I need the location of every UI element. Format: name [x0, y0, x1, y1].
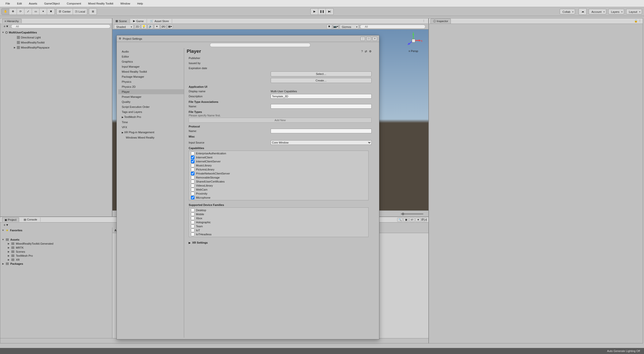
- move-tool[interactable]: ✥: [9, 9, 17, 15]
- settings-nav-mixed-reality-toolkit[interactable]: Mixed Reality Toolkit: [118, 69, 184, 74]
- assets-folder[interactable]: ▶MRTK: [0, 246, 112, 250]
- hierarchy-add-button[interactable]: ＋▾: [1, 24, 10, 29]
- xr-settings-foldout[interactable]: ▶ XR Settings: [184, 239, 373, 246]
- settings-nav-editor[interactable]: Editor: [118, 54, 184, 59]
- device-family-team[interactable]: Team: [189, 224, 368, 228]
- window-close-icon[interactable]: ×: [373, 37, 377, 41]
- hand-tool[interactable]: ✋: [2, 9, 9, 15]
- capability-internetclientserver[interactable]: InternetClientServer: [189, 159, 368, 163]
- settings-nav-quality[interactable]: Quality: [118, 99, 184, 104]
- capability-checkbox[interactable]: [191, 180, 194, 183]
- rotate-tool[interactable]: ⟳: [17, 9, 24, 15]
- project-hidden-icon[interactable]: Ø14: [421, 218, 427, 222]
- capability-videoslibrary[interactable]: VideosLibrary: [189, 184, 368, 188]
- capability-checkbox[interactable]: [191, 156, 194, 159]
- capability-microphone[interactable]: Microphone: [189, 196, 368, 200]
- settings-scrollbar[interactable]: [374, 48, 378, 338]
- settings-nav-preset-manager[interactable]: Preset Manager: [118, 94, 184, 99]
- fta-name-input[interactable]: [271, 104, 372, 109]
- project-settings-search-input[interactable]: [210, 43, 310, 47]
- project-label-icon[interactable]: 🏷: [409, 218, 415, 222]
- capability-checkbox[interactable]: [191, 172, 194, 175]
- project-tab[interactable]: ▣ Project: [2, 217, 19, 222]
- window-maximize-icon[interactable]: □: [367, 37, 371, 41]
- capability-checkbox[interactable]: [191, 168, 194, 171]
- device-family-checkbox[interactable]: [191, 229, 194, 232]
- grid-toggle[interactable]: ▦▾: [167, 24, 173, 29]
- settings-nav-graphics[interactable]: Graphics: [118, 59, 184, 64]
- device-family-checkbox[interactable]: [191, 233, 194, 236]
- help-icon[interactable]: ?: [361, 50, 363, 53]
- preset-icon[interactable]: ⇄: [365, 50, 367, 53]
- favorites-row[interactable]: ▼★Favorites: [0, 228, 112, 233]
- capability-proximity[interactable]: Proximity: [189, 192, 368, 196]
- project-fav-icon[interactable]: ★: [415, 218, 421, 222]
- capability-pictureslibrary[interactable]: PicturesLibrary: [189, 167, 368, 171]
- orientation-gizmo[interactable]: xy ≡ Persp: [406, 33, 421, 53]
- menu-assets[interactable]: Assets: [25, 0, 41, 7]
- menu-window[interactable]: Window: [117, 0, 134, 7]
- cert-create-button[interactable]: Create…: [271, 78, 372, 83]
- capability-checkbox[interactable]: [191, 196, 194, 199]
- capability-webcam[interactable]: WebCam: [189, 188, 368, 192]
- capability-removablestorage[interactable]: RemovableStorage: [189, 175, 368, 180]
- shading-mode-dropdown[interactable]: Shaded: [114, 24, 134, 29]
- capability-checkbox[interactable]: [191, 184, 194, 187]
- capability-checkbox[interactable]: [191, 176, 194, 179]
- protocol-name-input[interactable]: [271, 129, 372, 133]
- tools-toggle[interactable]: ✖: [327, 24, 332, 29]
- settings-nav-audio[interactable]: Audio: [118, 49, 184, 54]
- capability-checkbox[interactable]: [191, 160, 194, 163]
- layers-dropdown[interactable]: Layers: [608, 9, 624, 14]
- layout-dropdown[interactable]: Layout: [626, 9, 642, 14]
- project-search[interactable]: 🔍: [397, 218, 403, 222]
- rect-tool[interactable]: ▭: [32, 9, 39, 15]
- skybox-toggle[interactable]: Ø0: [161, 24, 166, 29]
- packages-row[interactable]: ▶Packages: [0, 262, 112, 266]
- audio-toggle[interactable]: 🔊: [148, 24, 153, 29]
- capability-enterpriseauthentication[interactable]: EnterpriseAuthentication: [189, 151, 368, 155]
- play-button[interactable]: ▶: [311, 9, 318, 15]
- settings-nav-physics-2d[interactable]: Physics 2D: [118, 84, 184, 89]
- collab-dropdown[interactable]: Collab: [560, 9, 575, 14]
- project-add-button[interactable]: ＋▾: [1, 223, 10, 227]
- settings-nav-time[interactable]: Time: [118, 120, 184, 125]
- asset-store-tab[interactable]: 🛒 Asset Store: [147, 19, 172, 23]
- settings-nav-package-manager[interactable]: Package Manager: [118, 74, 184, 79]
- scene-root[interactable]: ▼⬡ MultiUserCapabilities: [2, 30, 110, 35]
- assets-folder[interactable]: ▶MixedRealityToolkit.Generated: [0, 242, 112, 246]
- capability-checkbox[interactable]: [191, 192, 194, 195]
- snap-toggle[interactable]: ⊞: [89, 9, 97, 15]
- pause-button[interactable]: ❚❚: [318, 9, 326, 15]
- assets-folder[interactable]: ▶Scenes: [0, 250, 112, 254]
- description-input[interactable]: [271, 94, 372, 99]
- hierarchy-search-input[interactable]: [11, 24, 110, 28]
- assets-folder[interactable]: ▶TextMesh Pro: [0, 254, 112, 258]
- settings-nav-script-execution-order[interactable]: Script Execution Order: [118, 104, 184, 109]
- capability-checkbox[interactable]: [191, 188, 194, 191]
- project-settings-titlebar[interactable]: ⚙ Project Settings ⋮ □ ×: [117, 35, 379, 42]
- add-new-button[interactable]: Add New: [189, 118, 372, 123]
- scale-tool[interactable]: ⤢: [24, 9, 32, 15]
- menu-help[interactable]: Help: [134, 0, 147, 7]
- 2d-toggle[interactable]: 2D: [135, 24, 140, 29]
- device-family-mobile[interactable]: Mobile: [189, 212, 368, 216]
- step-button[interactable]: ▶|: [326, 9, 333, 15]
- device-family-iot[interactable]: IoT: [189, 228, 368, 232]
- camera-icon[interactable]: 📷▾: [333, 24, 339, 29]
- gizmos-dropdown[interactable]: Gizmos: [340, 24, 359, 29]
- menu-edit[interactable]: Edit: [14, 0, 25, 7]
- hierarchy-tab[interactable]: ≡ Hierarchy: [2, 19, 22, 23]
- capability-sharedusercertificates[interactable]: SharedUserCertificates: [189, 180, 368, 184]
- settings-nav-wmr[interactable]: Windows Mixed Reality: [118, 135, 184, 140]
- fx-toggle[interactable]: ✦: [154, 24, 160, 29]
- hierarchy-item[interactable]: Directional Light: [2, 35, 110, 40]
- settings-nav-tags-and-layers[interactable]: Tags and Layers: [118, 109, 184, 114]
- console-tab[interactable]: ▤ Console: [21, 217, 40, 222]
- capability-privatenetworkclientserver[interactable]: PrivateNetworkClientServer: [189, 171, 368, 175]
- pivot-center-toggle[interactable]: ⦿Center: [57, 9, 73, 15]
- inspector-lock-icon[interactable]: 🔒 ⋮: [634, 19, 643, 23]
- transform-combo-tool[interactable]: ✦: [39, 9, 47, 15]
- device-family-iotheadless[interactable]: IoTHeadless: [189, 232, 368, 236]
- assets-folder[interactable]: ▶XR: [0, 258, 112, 262]
